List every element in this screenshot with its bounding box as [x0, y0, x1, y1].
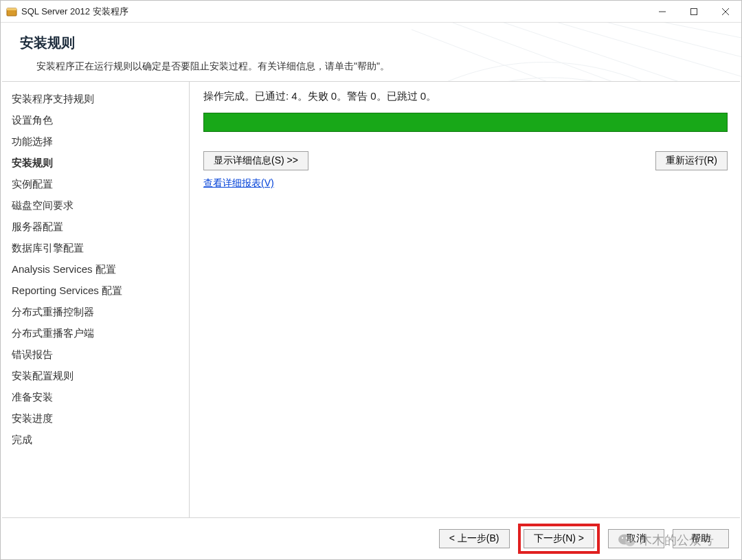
- progress-bar: [203, 113, 728, 132]
- cancel-button[interactable]: 取消: [608, 529, 664, 548]
- wizard-step[interactable]: 分布式重播客户端: [12, 323, 178, 344]
- wizard-step[interactable]: Analysis Services 配置: [12, 259, 178, 280]
- help-button[interactable]: 帮助: [673, 529, 729, 548]
- close-button[interactable]: [710, 1, 741, 23]
- titlebar: SQL Server 2012 安装程序: [1, 1, 741, 23]
- minimize-button[interactable]: [647, 1, 678, 23]
- page-title: 安装规则: [20, 34, 734, 52]
- body: 安装程序支持规则设置角色功能选择安装规则实例配置磁盘空间要求服务器配置数据库引擎…: [1, 82, 741, 517]
- wizard-step[interactable]: 分布式重播控制器: [12, 302, 178, 323]
- wizard-step[interactable]: 完成: [12, 429, 178, 451]
- show-details-button[interactable]: 显示详细信息(S) >>: [203, 151, 308, 170]
- wizard-step[interactable]: 设置角色: [12, 110, 178, 131]
- wizard-step[interactable]: 服务器配置: [12, 216, 178, 238]
- wizard-step[interactable]: 安装程序支持规则: [12, 89, 178, 110]
- wizard-step[interactable]: 安装规则: [12, 153, 178, 174]
- wizard-step[interactable]: 安装配置规则: [12, 366, 178, 387]
- wizard-step[interactable]: 实例配置: [12, 174, 178, 195]
- next-button-highlight: 下一步(N) >: [518, 524, 600, 554]
- app-icon: [6, 6, 17, 17]
- wizard-footer: < 上一步(B) 下一步(N) > 取消 帮助: [1, 518, 741, 559]
- maximize-button[interactable]: [678, 1, 710, 23]
- main-panel: 操作完成。已通过: 4。失败 0。警告 0。已跳过 0。 显示详细信息(S) >…: [190, 82, 741, 517]
- wizard-step[interactable]: 磁盘空间要求: [12, 195, 178, 216]
- back-button[interactable]: < 上一步(B): [439, 529, 510, 548]
- page-header: 安装规则 安装程序正在运行规则以确定是否要阻止安装过程。有关详细信息，请单击"帮…: [1, 23, 741, 81]
- wizard-step[interactable]: 功能选择: [12, 131, 178, 153]
- rerun-button[interactable]: 重新运行(R): [655, 151, 728, 170]
- installer-window: SQL Server 2012 安装程序: [0, 0, 742, 560]
- page-subtitle: 安装程序正在运行规则以确定是否要阻止安装过程。有关详细信息，请单击"帮助"。: [36, 60, 734, 73]
- view-report-link[interactable]: 查看详细报表(V): [203, 177, 274, 188]
- wizard-step[interactable]: 准备安装: [12, 387, 178, 408]
- rules-status-text: 操作完成。已通过: 4。失败 0。警告 0。已跳过 0。: [203, 90, 728, 103]
- wizard-steps-sidebar: 安装程序支持规则设置角色功能选择安装规则实例配置磁盘空间要求服务器配置数据库引擎…: [1, 82, 190, 517]
- window-title: SQL Server 2012 安装程序: [21, 5, 128, 18]
- next-button[interactable]: 下一步(N) >: [524, 529, 595, 548]
- details-button-row: 显示详细信息(S) >> 重新运行(R): [203, 151, 728, 170]
- svg-rect-1: [7, 8, 16, 10]
- wizard-step[interactable]: 数据库引擎配置: [12, 238, 178, 259]
- wizard-step[interactable]: Reporting Services 配置: [12, 280, 178, 302]
- wizard-step[interactable]: 安装进度: [12, 408, 178, 429]
- svg-rect-3: [691, 8, 697, 14]
- wizard-step[interactable]: 错误报告: [12, 344, 178, 366]
